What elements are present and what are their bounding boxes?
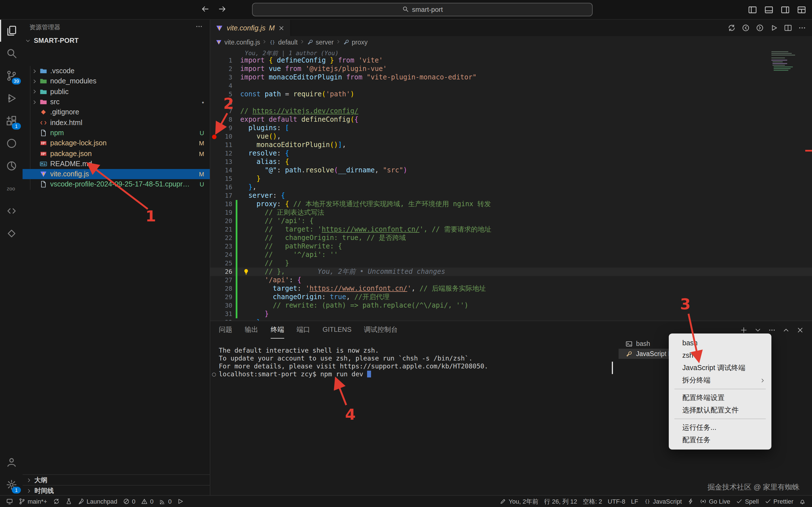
menu-item-zsh[interactable]: zsh (669, 349, 771, 362)
status-encoding[interactable]: UTF-8 (605, 496, 628, 507)
code-line-25[interactable]: 25 // } (210, 259, 812, 268)
breadcrumb-item-vite.config.js[interactable]: vite.config.js (215, 39, 260, 46)
code-line-32[interactable]: 32 } (210, 318, 812, 321)
activitybar-test-explorer[interactable] (0, 154, 22, 177)
panel-left-toggle-button[interactable] (748, 5, 757, 14)
activitybar-explorer[interactable] (0, 19, 22, 42)
panel-action-plus-button[interactable] (740, 326, 748, 334)
glyph-margin[interactable] (210, 268, 219, 276)
status-launchpad[interactable]: Launchpad (75, 496, 120, 507)
code-line-2[interactable]: 2import vue from '@vitejs/plugin-vue' (210, 65, 812, 73)
glyph-margin[interactable] (210, 242, 219, 251)
code-line-20[interactable]: 20 // '/api': { (210, 217, 812, 225)
panel-action-chevron-up-button[interactable] (782, 326, 790, 334)
panel-action-more-button[interactable] (768, 326, 776, 334)
status-warnings[interactable]: 0 (138, 496, 156, 507)
activitybar-settings[interactable]: 1 (0, 473, 22, 496)
glyph-margin[interactable] (210, 90, 219, 99)
glyph-margin[interactable] (210, 107, 219, 115)
glyph-margin[interactable] (210, 115, 219, 124)
menu-item-配置任务[interactable]: 配置任务 (669, 434, 771, 446)
editor-action-circle-right-button[interactable] (756, 23, 764, 32)
code-line-31[interactable]: 31 } (210, 310, 812, 318)
code-line-7[interactable]: 7// https://vitejs.dev/config/ (210, 107, 812, 115)
status-ports[interactable]: 0 (156, 496, 174, 507)
code-line-18[interactable]: 18 proxy: { // 本地开发环境通过代理实现跨域, 生产环境使用 ng… (210, 200, 812, 209)
code-line-30[interactable]: 30 // rewrite: (path) => path.replace(/^… (210, 301, 812, 310)
editor-action-more-button[interactable] (798, 23, 806, 32)
status-sync[interactable] (50, 496, 62, 507)
glyph-margin[interactable] (210, 209, 219, 217)
tree-item-README.md[interactable]: README.md (22, 159, 210, 169)
code-line-17[interactable]: 17 server: { (210, 191, 812, 200)
status-cursor-position[interactable]: 行 26, 列 12 (541, 496, 580, 507)
tree-item-.vscode[interactable]: .vscode (22, 66, 210, 76)
editor-action-run-button[interactable] (770, 23, 778, 32)
status-indentation[interactable]: 空格: 2 (580, 496, 605, 507)
code-line-28[interactable]: 28 target: 'https://www.iconfont.cn/', /… (210, 284, 812, 293)
back-button[interactable] (201, 4, 210, 15)
tree-item-vite.config.js[interactable]: vite.config.jsM (22, 169, 210, 179)
glyph-margin[interactable] (210, 65, 219, 73)
activitybar-remote-explorer[interactable] (0, 132, 22, 154)
status-remote[interactable] (3, 496, 16, 507)
menu-item-选择默认配置文件[interactable]: 选择默认配置文件 (669, 404, 771, 416)
glyph-margin[interactable] (210, 132, 219, 141)
glyph-margin[interactable] (210, 56, 219, 65)
activitybar-extensions[interactable]: 1 (0, 109, 22, 132)
status-errors[interactable]: 0 (120, 496, 138, 507)
panel-action-chevron-down-button[interactable] (754, 326, 762, 334)
glyph-margin[interactable] (210, 225, 219, 234)
tree-item-vscode-profile-2024-09-25-17-48-51.cpuprofile[interactable]: vscode-profile-2024-09-25-17-48-51.cpupr… (22, 179, 210, 190)
panel-tab-端口[interactable]: 端口 (297, 321, 310, 339)
sidebar-section-时间线[interactable]: 时间线 (22, 485, 210, 496)
sidebar-more-actions-button[interactable] (195, 22, 203, 32)
code-line-10[interactable]: 10 vue(), (210, 132, 812, 141)
glyph-margin[interactable] (210, 124, 219, 132)
lightbulb-icon[interactable] (243, 268, 250, 276)
tree-item-public[interactable]: public (22, 87, 210, 97)
glyph-margin[interactable] (210, 200, 219, 209)
code-line-9[interactable]: 9 plugins: [ (210, 124, 812, 132)
breakpoint-dot[interactable] (212, 134, 216, 139)
tree-root-smart-port[interactable]: SMART-PORT (22, 35, 210, 46)
forward-button[interactable] (218, 4, 227, 15)
code-line-12[interactable]: 12 resolve: { (210, 149, 812, 158)
breadcrumb-item-default[interactable]: {}default (269, 39, 298, 46)
glyph-margin[interactable] (210, 234, 219, 242)
status-prettier[interactable]: Prettier (762, 496, 796, 507)
activitybar-zoo-extension[interactable]: zoo (0, 177, 22, 200)
activitybar-accounts[interactable] (0, 451, 22, 473)
code-line-23[interactable]: 23 // pathRewrite: { (210, 242, 812, 251)
menu-item-bash[interactable]: bash (669, 337, 771, 349)
code-line-13[interactable]: 13 alias: { (210, 158, 812, 166)
code-line-15[interactable]: 15 } (210, 175, 812, 183)
tree-item-index.html[interactable]: index.html (22, 117, 210, 128)
activitybar-run-debug[interactable] (0, 87, 22, 109)
code-line-11[interactable]: 11 monacoEditorPlugin()], (210, 141, 812, 149)
breadcrumb-item-server[interactable]: server (307, 39, 334, 46)
status-eol[interactable]: LF (628, 496, 641, 507)
code-line-21[interactable]: 21 // target: 'https://www.iconfont.cn/'… (210, 225, 812, 234)
activitybar-misc-extension[interactable] (0, 222, 22, 244)
glyph-margin[interactable] (210, 251, 219, 259)
code-line-24[interactable]: 24 // '^/api': '' (210, 251, 812, 259)
status-feedback[interactable] (684, 496, 697, 507)
command-center-search[interactable]: smart-port (252, 3, 593, 16)
status-beaker[interactable] (62, 496, 75, 507)
panel-right-toggle-button[interactable] (780, 5, 790, 14)
activitybar-search[interactable] (0, 42, 22, 64)
glyph-margin[interactable] (210, 217, 219, 225)
status-branch[interactable]: main*+ (16, 496, 50, 507)
glyph-margin[interactable] (210, 284, 219, 293)
tab-close-button[interactable] (278, 24, 285, 31)
glyph-margin[interactable] (210, 318, 219, 321)
glyph-margin[interactable] (210, 191, 219, 200)
code-line-14[interactable]: 14 "@": path.resolve(__dirname, "src") (210, 166, 812, 175)
editor-action-sync-button[interactable] (727, 23, 736, 32)
glyph-margin[interactable] (210, 141, 219, 149)
status-spell[interactable]: Spell (733, 496, 762, 507)
glyph-margin[interactable] (210, 301, 219, 310)
panel-tab-调试控制台[interactable]: 调试控制台 (364, 321, 398, 339)
glyph-margin[interactable] (210, 149, 219, 158)
